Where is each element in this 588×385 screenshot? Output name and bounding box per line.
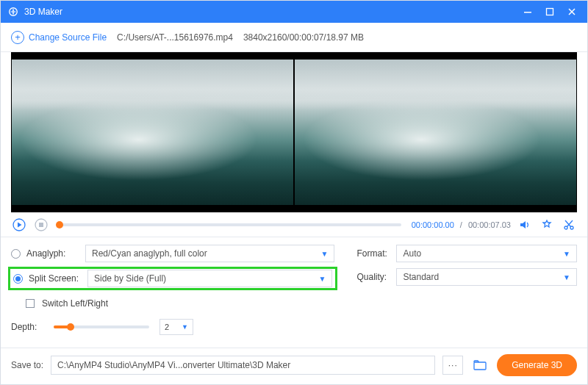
anaglyph-value: Red/Cyan anaglyph, full color bbox=[92, 248, 207, 259]
format-select[interactable]: Auto ▼ bbox=[396, 245, 577, 262]
anaglyph-label: Anaglyph: bbox=[26, 248, 81, 259]
split-screen-value: Side by Side (Full) bbox=[94, 273, 166, 284]
footer: Save to: C:\AnyMP4 Studio\AnyMP4 Vi...on… bbox=[1, 348, 587, 381]
chevron-down-icon: ▼ bbox=[321, 250, 329, 258]
maximize-button[interactable] bbox=[539, 1, 561, 23]
svg-rect-8 bbox=[474, 362, 486, 370]
switch-label: Switch Left/Right bbox=[42, 298, 108, 309]
timeline-thumb[interactable] bbox=[56, 221, 63, 229]
depth-thumb[interactable] bbox=[67, 323, 74, 331]
format-value: Auto bbox=[403, 248, 421, 259]
anaglyph-select[interactable]: Red/Cyan anaglyph, full color ▼ bbox=[85, 245, 334, 262]
preview-right bbox=[295, 60, 576, 205]
app-icon bbox=[8, 7, 18, 17]
split-screen-radio[interactable] bbox=[13, 274, 23, 284]
format-label: Format: bbox=[356, 248, 392, 259]
play-button[interactable] bbox=[11, 217, 27, 233]
source-filepath: C:/Users/AT-...15616976.mp4 bbox=[117, 32, 233, 43]
chevron-down-icon: ▼ bbox=[563, 250, 570, 258]
svg-rect-5 bbox=[39, 223, 43, 227]
timeline-slider[interactable] bbox=[60, 223, 401, 226]
svg-rect-2 bbox=[547, 9, 553, 15]
snapshot-button[interactable] bbox=[539, 217, 555, 233]
depth-label: Depth: bbox=[11, 322, 43, 332]
video-preview bbox=[11, 52, 577, 212]
plus-icon: + bbox=[11, 31, 24, 44]
depth-slider[interactable] bbox=[54, 325, 149, 328]
generate-button[interactable]: Generate 3D bbox=[497, 354, 577, 376]
open-folder-button[interactable] bbox=[470, 356, 490, 375]
save-path-field[interactable]: C:\AnyMP4 Studio\AnyMP4 Vi...onverter Ul… bbox=[51, 356, 435, 375]
options-right: Format: Auto ▼ Quality: Standard ▼ bbox=[356, 243, 577, 340]
save-to-label: Save to: bbox=[11, 360, 43, 370]
app-title: 3D Maker bbox=[24, 7, 517, 17]
close-button[interactable] bbox=[561, 1, 583, 23]
change-source-label: Change Source File bbox=[29, 32, 107, 43]
split-screen-select[interactable]: Side by Side (Full) ▼ bbox=[87, 270, 332, 287]
player-controls: 00:00:00.00/00:00:07.03 bbox=[1, 212, 587, 237]
volume-button[interactable] bbox=[517, 217, 533, 233]
time-duration: 00:00:07.03 bbox=[468, 220, 511, 229]
chevron-down-icon: ▼ bbox=[563, 273, 570, 281]
format-row: Format: Auto ▼ bbox=[356, 243, 577, 264]
change-source-button[interactable]: + Change Source File bbox=[11, 31, 107, 44]
split-screen-label: Split Screen: bbox=[29, 273, 83, 284]
chevron-down-icon: ▼ bbox=[319, 275, 326, 283]
quality-select[interactable]: Standard ▼ bbox=[396, 268, 577, 286]
anaglyph-radio[interactable] bbox=[11, 249, 21, 259]
browse-button[interactable]: ··· bbox=[442, 356, 463, 375]
chevron-down-icon: ▼ bbox=[182, 323, 188, 331]
time-sep: / bbox=[460, 220, 462, 229]
app-window: 3D Maker + Change Source File C:/Users/A… bbox=[0, 0, 588, 385]
depth-value-select[interactable]: 2 ▼ bbox=[159, 319, 193, 335]
quality-row: Quality: Standard ▼ bbox=[356, 267, 577, 287]
anaglyph-row: Anaglyph: Red/Cyan anaglyph, full color … bbox=[11, 243, 334, 264]
source-fileinfo: 3840x2160/00:00:07/18.97 MB bbox=[243, 32, 364, 43]
svg-point-6 bbox=[564, 226, 567, 229]
save-path-value: C:\AnyMP4 Studio\AnyMP4 Vi...onverter Ul… bbox=[57, 360, 290, 370]
cut-button[interactable] bbox=[561, 217, 577, 233]
split-screen-row: Split Screen: Side by Side (Full) ▼ bbox=[8, 267, 337, 290]
preview-left bbox=[12, 60, 293, 205]
switch-checkbox[interactable] bbox=[26, 299, 35, 308]
stop-button[interactable] bbox=[33, 217, 49, 233]
svg-point-7 bbox=[570, 226, 573, 229]
svg-rect-1 bbox=[524, 12, 531, 13]
quality-value: Standard bbox=[403, 272, 439, 282]
options-left: Anaglyph: Red/Cyan anaglyph, full color … bbox=[11, 243, 334, 340]
titlebar: 3D Maker bbox=[1, 1, 587, 23]
time-current: 00:00:00.00 bbox=[412, 220, 454, 229]
topbar: + Change Source File C:/Users/AT-...1561… bbox=[1, 23, 587, 52]
depth-row: Depth: 2 ▼ bbox=[11, 317, 334, 337]
switch-row: Switch Left/Right bbox=[11, 293, 334, 314]
quality-label: Quality: bbox=[356, 272, 392, 282]
options-panel: Anaglyph: Red/Cyan anaglyph, full color … bbox=[1, 237, 587, 348]
minimize-button[interactable] bbox=[517, 1, 539, 23]
depth-value: 2 bbox=[165, 323, 169, 331]
